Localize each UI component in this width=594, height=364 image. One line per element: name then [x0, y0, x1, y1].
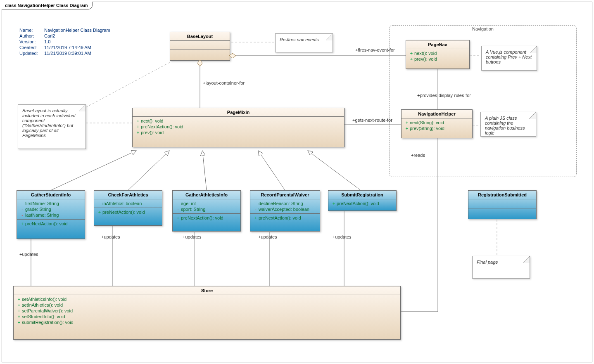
meta-val-created: 11/21/2019 7:14:49 AM	[44, 45, 91, 50]
meta-label-name: Name:	[19, 28, 44, 33]
class-navhelper-title: NavigationHelper	[402, 110, 472, 118]
navigation-package-title: Navigation	[390, 26, 576, 31]
op: preNextAction(): void	[181, 215, 223, 220]
metadata-block: Name:NavigationHelper Class Diagram Auth…	[19, 28, 110, 57]
class-gai-title: GatherAthleticsInfo	[173, 191, 240, 199]
attr: inAthletics: boolean	[102, 201, 142, 206]
class-store-title: Store	[14, 286, 400, 295]
attr: waiverAccepted: boolean	[259, 207, 309, 212]
meta-val-updated: 11/21/2019 8:39:01 AM	[44, 51, 91, 56]
class-recordparentalwaiver[interactable]: RecordParentalWaiver -declineReason: Str…	[250, 190, 320, 232]
op: next(): void	[414, 51, 437, 56]
svg-line-17	[258, 151, 285, 190]
svg-line-14	[51, 151, 136, 190]
attr: declineReason: String	[259, 201, 303, 206]
svg-text:+layout-container-for: +layout-container-for	[203, 80, 245, 85]
meta-val-author: Carl2	[44, 33, 55, 38]
svg-text:+updates: +updates	[258, 234, 277, 239]
op: prev(): void	[414, 57, 437, 61]
op: next(String): void	[410, 120, 444, 125]
op: submitRegistration(): void	[22, 320, 74, 325]
class-submitregistration[interactable]: SubmitRegistration +preNextAction(): voi…	[328, 190, 397, 211]
frame-title-tab: class NavigationHelper Class Diagram	[2, 2, 93, 9]
svg-line-2	[86, 62, 171, 107]
note-pagenav: A Vue.js component containing Prev + Nex…	[481, 46, 537, 71]
svg-line-16	[202, 151, 207, 190]
class-baselayout[interactable]: BaseLayout	[170, 32, 230, 61]
frame-title: NavigationHelper Class Diagram	[18, 3, 88, 8]
class-registrationsubmitted[interactable]: RegistrationSubmitted	[468, 190, 537, 219]
class-sr-title: SubmitRegistration	[328, 191, 396, 199]
svg-text:+updates: +updates	[333, 234, 352, 239]
class-checkforathletics[interactable]: CheckForAthletics -inAthletics: boolean …	[94, 190, 162, 226]
op: setStudentInfo(): void	[22, 314, 65, 319]
class-pagenav[interactable]: PageNav +next(): void +prev(): void	[406, 40, 470, 69]
class-cfa-title: CheckForAthletics	[94, 191, 162, 199]
attr: age: int	[181, 201, 196, 206]
class-gsi-title: GatherStudentInfo	[17, 191, 85, 199]
diagram-frame: class NavigationHelper Class Diagram Nam…	[2, 2, 592, 362]
op: prev(String): void	[410, 126, 444, 131]
op: setParentalWaiver(): void	[22, 308, 73, 313]
frame-kind: class	[5, 3, 17, 8]
op: preNextAction(): void	[102, 210, 145, 215]
op: prev(): void	[141, 130, 164, 135]
class-baselayout-title: BaseLayout	[170, 32, 230, 41]
meta-label-version: Version:	[19, 39, 44, 44]
class-rpw-title: RecordParentalWaiver	[250, 191, 320, 199]
svg-line-18	[308, 151, 361, 190]
meta-label-author: Author:	[19, 33, 44, 38]
op: setAthleticsInfo(): void	[22, 297, 67, 302]
note-navhelper: A plain JS class containing the navigati…	[480, 112, 536, 137]
note-finalpage: Final page	[472, 256, 530, 279]
attr: firstName: String	[25, 201, 59, 206]
op: preNextAction(): void	[25, 221, 68, 226]
op: next(): void	[141, 118, 163, 123]
op: preNextAction(): void	[337, 201, 379, 206]
attr: grade: String	[25, 207, 51, 212]
attr: sport: String	[181, 207, 205, 212]
note-refire: Re-fires nav events	[275, 33, 333, 52]
note-baselayout: BaseLayout is actually included in each …	[18, 104, 86, 149]
svg-line-15	[128, 151, 169, 190]
svg-text:+updates: +updates	[101, 234, 120, 239]
class-pagenav-title: PageNav	[406, 40, 469, 49]
svg-text:+updates: +updates	[19, 252, 38, 257]
op: setInAthletics(): void	[22, 303, 63, 307]
meta-label-created: Created:	[19, 45, 44, 50]
svg-text:+updates: +updates	[183, 234, 202, 239]
class-gatherstudentinfo[interactable]: GatherStudentInfo -firstName: String -gr…	[17, 190, 85, 239]
op: preNextAction(): void	[141, 124, 183, 129]
op: preNextAction(): void	[259, 215, 301, 220]
class-pagemixin[interactable]: PageMixin +next(): void +preNextAction()…	[132, 108, 345, 147]
class-pagemixin-title: PageMixin	[133, 108, 344, 117]
class-gatherathleticsinfo[interactable]: GatherAthleticsInfo -age: int -sport: St…	[172, 190, 241, 232]
attr: lastName: String	[25, 213, 59, 217]
class-rs-title: RegistrationSubmitted	[468, 191, 536, 199]
class-navigationhelper[interactable]: NavigationHelper +next(String): void +pr…	[401, 109, 473, 138]
meta-label-updated: Updated:	[19, 51, 44, 56]
svg-text:+gets-next-route-for: +gets-next-route-for	[352, 118, 392, 123]
class-store[interactable]: Store +setAthleticsInfo(): void +setInAt…	[13, 286, 401, 340]
meta-val-name: NavigationHelper Class Diagram	[44, 28, 110, 33]
meta-val-version: 1.0	[44, 39, 50, 44]
